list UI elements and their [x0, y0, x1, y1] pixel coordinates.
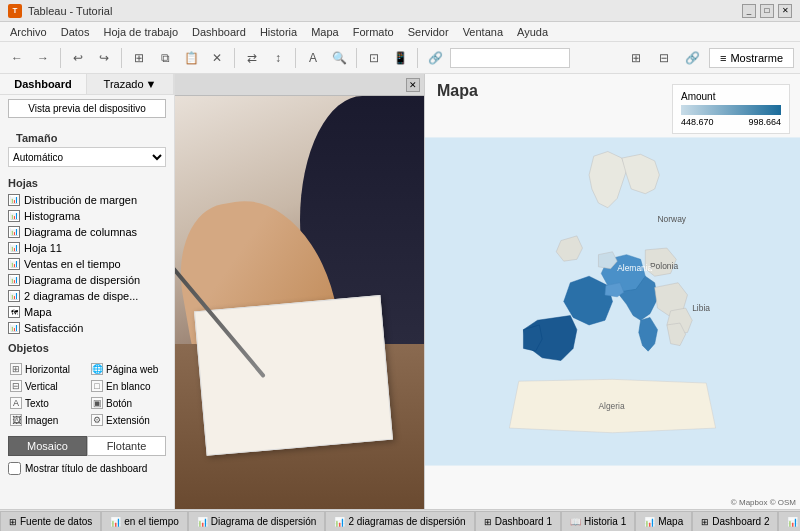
minimize-button[interactable]: _ — [742, 4, 756, 18]
obj-en-blanco[interactable]: □ En blanco — [89, 378, 166, 394]
tab-label-2: Diagrama de dispersión — [211, 516, 317, 527]
new-sheet-button[interactable]: ⊞ — [128, 47, 150, 69]
tab-mapa[interactable]: 📊 Mapa — [635, 511, 692, 531]
menu-bar: Archivo Datos Hoja de trabajo Dashboard … — [0, 22, 800, 42]
tab-icon-2: 📊 — [197, 517, 208, 527]
menu-hoja[interactable]: Hoja de trabajo — [97, 25, 184, 39]
tab-label-4: Dashboard 1 — [495, 516, 552, 527]
share-button[interactable]: 🔗 — [424, 47, 446, 69]
obj-label-horizontal: Horizontal — [25, 364, 70, 375]
menu-mapa[interactable]: Mapa — [305, 25, 345, 39]
obj-horizontal[interactable]: ⊞ Horizontal — [8, 361, 85, 377]
tab-fuente-de-datos[interactable]: ⊞ Fuente de datos — [0, 511, 101, 531]
toolbar-sep-4 — [295, 48, 296, 68]
toolbar-sep-5 — [356, 48, 357, 68]
show-title-checkbox[interactable] — [8, 462, 21, 475]
mark-label-button[interactable]: A — [302, 47, 324, 69]
redo-button[interactable]: ↪ — [93, 47, 115, 69]
size-select[interactable]: Automático — [8, 147, 166, 167]
texto-icon: A — [10, 397, 22, 409]
maximize-button[interactable]: □ — [760, 4, 774, 18]
legend-title: Amount — [681, 91, 781, 102]
menu-dashboard[interactable]: Dashboard — [186, 25, 252, 39]
sheet-item-distribucion[interactable]: 📊 Distribución de margen — [0, 192, 174, 208]
sheet-item-mapa[interactable]: 🗺 Mapa — [0, 304, 174, 320]
obj-label-pagina-web: Página web — [106, 364, 158, 375]
menu-ventana[interactable]: Ventana — [457, 25, 509, 39]
sheet-item-hoja11[interactable]: 📊 Hoja 11 — [0, 240, 174, 256]
obj-vertical[interactable]: ⊟ Vertical — [8, 378, 85, 394]
mosaic-button[interactable]: Mosaico — [8, 436, 87, 456]
tab-label-5: Historia 1 — [584, 516, 626, 527]
tab-en-el-tiempo[interactable]: 📊 en el tiempo — [101, 511, 187, 531]
tab-satisfaccion[interactable]: 📊 Satisfacción — [778, 511, 800, 531]
sidebar-tabs: Dashboard Trazado ▼ — [0, 74, 174, 95]
close-button[interactable]: ✕ — [778, 4, 792, 18]
sheet-item-histograma[interactable]: 📊 Histograma — [0, 208, 174, 224]
toolbar-sep-6 — [417, 48, 418, 68]
sheet-item-2diagramas[interactable]: 📊 2 diagramas de dispe... — [0, 288, 174, 304]
back-button[interactable]: ← — [6, 47, 28, 69]
image-panel-close-button[interactable]: ✕ — [406, 78, 420, 92]
show-title-row: Mostrar título de dashboard — [0, 460, 174, 477]
show-me-button[interactable]: ≡ Mostrarme — [709, 48, 794, 68]
menu-datos[interactable]: Datos — [55, 25, 96, 39]
floating-button[interactable]: Flotante — [87, 436, 166, 456]
center-content: ✕ Mapa Amount 448.670 — [175, 74, 800, 509]
menu-ayuda[interactable]: Ayuda — [511, 25, 554, 39]
grid-button[interactable]: ⊟ — [653, 47, 675, 69]
sidebar-tab-trazado[interactable]: Trazado ▼ — [87, 74, 174, 94]
forward-button[interactable]: → — [32, 47, 54, 69]
menu-archivo[interactable]: Archivo — [4, 25, 53, 39]
copy-button[interactable]: ⧉ — [154, 47, 176, 69]
obj-boton[interactable]: ▣ Botón — [89, 395, 166, 411]
toolbar-sep-3 — [234, 48, 235, 68]
highlight-button[interactable]: 🔍 — [328, 47, 350, 69]
device-preview-button[interactable]: Vista previa del dispositivo — [8, 99, 166, 118]
menu-formato[interactable]: Formato — [347, 25, 400, 39]
trazado-dropdown[interactable]: Trazado ▼ — [89, 78, 171, 90]
sheets-label: Hojas — [0, 171, 174, 192]
device-button[interactable]: 📱 — [389, 47, 411, 69]
tab-diagrama-dispersion[interactable]: 📊 Diagrama de dispersión — [188, 511, 326, 531]
search-input[interactable] — [450, 48, 570, 68]
sheet-label-8: Satisfacción — [24, 322, 83, 334]
obj-pagina-web[interactable]: 🌐 Página web — [89, 361, 166, 377]
sheet-item-ventas[interactable]: 📊 Ventas en el tiempo — [0, 256, 174, 272]
toolbar: ← → ↩ ↪ ⊞ ⧉ 📋 ✕ ⇄ ↕ A 🔍 ⊡ 📱 🔗 ⊞ ⊟ 🔗 ≡ Mo… — [0, 42, 800, 74]
tab-icon-6: 📊 — [644, 517, 655, 527]
sheet-icon-1: 📊 — [8, 210, 20, 222]
obj-extension[interactable]: ⚙ Extensión — [89, 412, 166, 428]
view-button[interactable]: ⊞ — [625, 47, 647, 69]
vertical-icon: ⊟ — [10, 380, 22, 392]
sheet-label-7: Mapa — [24, 306, 52, 318]
sheet-item-satisfaccion[interactable]: 📊 Satisfacción — [0, 320, 174, 336]
clear-button[interactable]: ✕ — [206, 47, 228, 69]
tab-dashboard1[interactable]: ⊞ Dashboard 1 — [475, 511, 561, 531]
tab-icon-8: 📊 — [787, 517, 798, 527]
window-controls[interactable]: _ □ ✕ — [742, 4, 792, 18]
sheet-label-0: Distribución de margen — [24, 194, 137, 206]
sidebar-tab-dashboard[interactable]: Dashboard — [0, 74, 87, 94]
tab-historia1[interactable]: 📖 Historia 1 — [561, 511, 635, 531]
undo-button[interactable]: ↩ — [67, 47, 89, 69]
paste-button[interactable]: 📋 — [180, 47, 202, 69]
sheet-icon-3: 📊 — [8, 242, 20, 254]
window-title: Tableau - Tutorial — [28, 5, 112, 17]
connect-button[interactable]: 🔗 — [681, 47, 703, 69]
obj-imagen[interactable]: 🖼 Imagen — [8, 412, 85, 428]
tab-2diagramas[interactable]: 📊 2 diagramas de dispersión — [325, 511, 474, 531]
sheet-item-dispersion[interactable]: 📊 Diagrama de dispersión — [0, 272, 174, 288]
swap-button[interactable]: ⇄ — [241, 47, 263, 69]
obj-label-en-blanco: En blanco — [106, 381, 150, 392]
sheet-icon-4: 📊 — [8, 258, 20, 270]
obj-texto[interactable]: A Texto — [8, 395, 85, 411]
sheet-icon-8: 📊 — [8, 322, 20, 334]
menu-servidor[interactable]: Servidor — [402, 25, 455, 39]
tab-label-6: Mapa — [658, 516, 683, 527]
layout-button[interactable]: ⊡ — [363, 47, 385, 69]
sort-button[interactable]: ↕ — [267, 47, 289, 69]
tab-dashboard2[interactable]: ⊞ Dashboard 2 — [692, 511, 778, 531]
sheet-item-columnas[interactable]: 📊 Diagrama de columnas — [0, 224, 174, 240]
menu-historia[interactable]: Historia — [254, 25, 303, 39]
